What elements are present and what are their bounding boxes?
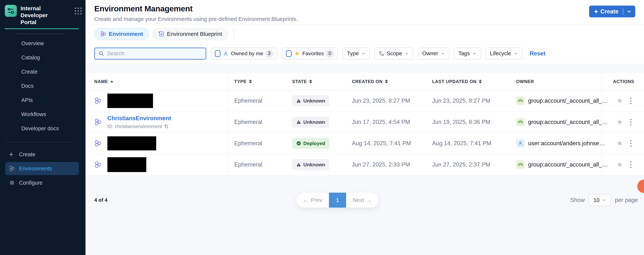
column-header-name[interactable]: NAME — [86, 79, 228, 84]
name-cell — [86, 154, 228, 175]
main-content: Environment Management Create and manage… — [86, 0, 644, 255]
hexagons-icon — [94, 140, 102, 147]
sort-icon — [249, 80, 252, 84]
environment-name-link[interactable]: ChristiansEnvironment — [107, 115, 171, 122]
table-row[interactable]: Ephemeral Unknown Jun 23, 2025, 8:27 PM … — [86, 90, 644, 112]
blueprint-icon: A — [158, 31, 164, 37]
type-cell: Ephemeral — [228, 133, 286, 154]
sidebar-item-environments[interactable]: Environments — [5, 162, 79, 175]
favorite-star-icon[interactable] — [616, 98, 623, 104]
favorites-checkbox[interactable] — [286, 50, 292, 57]
redacted-name — [107, 94, 153, 108]
brand: Internal Developer Portal — [5, 5, 82, 26]
per-page-control: Show 10 per page — [570, 194, 638, 206]
owner-label: group:account/_account_all_… — [528, 98, 608, 104]
filter-owned-by-me[interactable]: Owned by me 3 — [211, 48, 278, 60]
table-row[interactable]: Ephemeral Deployed Aug 14, 2025, 7:41 PM… — [86, 133, 644, 154]
created-on-cell: Aug 14, 2025, 7:41 PM — [346, 133, 426, 154]
created-on-cell: Jun 27, 2025, 2:33 PM — [346, 154, 426, 175]
sidebar-item-workflows[interactable]: Workflows — [0, 107, 86, 121]
sidebar-item-apis[interactable]: APIs — [0, 93, 86, 107]
page-size-select[interactable]: 10 — [589, 194, 611, 206]
warning-icon — [296, 98, 301, 103]
tabs-bar: Environment A Environment Blueprint — [86, 25, 644, 43]
page-header: Environment Management Create and manage… — [86, 0, 644, 25]
tab-label: Environment Blueprint — [167, 31, 222, 37]
owner-cell: group:account/_account_all_… — [510, 112, 602, 132]
kebab-menu-icon[interactable] — [629, 118, 632, 126]
sidebar: Internal Developer Portal Overview Catal… — [0, 0, 86, 255]
plus-icon: + — [594, 8, 598, 15]
sidebar-divider-top — [17, 34, 64, 34]
kebab-menu-icon[interactable] — [629, 139, 632, 148]
owned-by-me-checkbox[interactable] — [215, 50, 220, 57]
page-number-button[interactable]: 1 — [329, 193, 346, 208]
sidebar-item-docs[interactable]: Docs — [0, 79, 86, 93]
kebab-menu-icon[interactable] — [629, 96, 632, 105]
tab-environment[interactable]: Environment — [94, 28, 149, 40]
group-icon — [516, 118, 525, 126]
hexagons-icon — [100, 31, 106, 37]
type-cell: Ephemeral — [228, 90, 286, 111]
sidebar-item-label: Create — [19, 152, 35, 158]
warning-icon — [296, 162, 301, 167]
filter-label: Owned by me — [231, 50, 263, 56]
dropdown-lifecycle[interactable]: Lifecycle — [486, 48, 522, 60]
app-root: Internal Developer Portal Overview Catal… — [0, 0, 644, 255]
kebab-menu-icon[interactable] — [629, 160, 632, 169]
state-cell: Unknown — [286, 154, 346, 175]
user-icon — [516, 139, 525, 148]
sidebar-item-overview[interactable]: Overview — [0, 36, 86, 50]
status-badge: Unknown — [292, 96, 329, 106]
hexagons-icon — [94, 97, 102, 104]
sort-icon — [385, 80, 388, 84]
column-header-last-updated-on[interactable]: LAST UPDATED ON — [426, 79, 510, 84]
sidebar-item-catalog[interactable]: Catalog — [0, 50, 86, 64]
copy-icon[interactable] — [164, 124, 169, 129]
filter-favorites[interactable]: Favorites 0 — [282, 48, 338, 60]
favorite-star-icon[interactable] — [616, 161, 623, 168]
reset-filters-link[interactable]: Reset — [530, 50, 546, 57]
chevron-down-icon — [405, 52, 409, 56]
column-header-actions: ACTIONS — [602, 73, 644, 90]
tab-environment-blueprint[interactable]: A Environment Blueprint — [152, 28, 228, 40]
dropdown-label: Owner — [422, 50, 438, 56]
column-header-state[interactable]: STATE — [286, 79, 346, 84]
dropdown-tags[interactable]: Tags — [454, 48, 481, 60]
dropdown-type[interactable]: Type — [342, 48, 370, 60]
favorite-star-icon[interactable] — [616, 119, 623, 126]
plus-icon: + — [9, 152, 18, 157]
sidebar-item-create-action[interactable]: + Create — [0, 148, 86, 161]
column-header-created-on[interactable]: CREATED ON — [346, 79, 426, 84]
dropdown-owner[interactable]: Owner — [418, 48, 449, 60]
hexagons-icon — [9, 166, 18, 172]
prev-page-button[interactable]: ← Prev — [296, 193, 329, 208]
check-circle-icon — [296, 141, 301, 146]
svg-text:A: A — [160, 32, 162, 36]
dropdown-scope[interactable]: Scope — [374, 48, 413, 60]
table-row[interactable]: ChristiansEnvironment ID: christiansenvi… — [86, 112, 644, 133]
filters-bar: Owned by me 3 Favorites 0 Type — [86, 43, 644, 64]
portal-logo-icon — [5, 5, 17, 17]
sidebar-item-configure[interactable]: Configure — [0, 176, 86, 190]
column-header-type[interactable]: TYPE — [228, 73, 286, 90]
search-box — [94, 48, 206, 60]
table-row[interactable]: Ephemeral Unknown Jun 27, 2025, 2:33 PM … — [86, 154, 644, 176]
chevron-down-icon — [602, 198, 606, 202]
status-badge: Deployed — [292, 138, 329, 149]
page-subtitle: Create and manage your Environments usin… — [94, 16, 644, 22]
sidebar-item-developer-docs[interactable]: Developer docs — [0, 121, 86, 136]
next-page-button[interactable]: Next → — [346, 193, 378, 208]
sidebar-bottom-nav: + Create Environments — [0, 148, 86, 190]
search-icon — [98, 51, 104, 56]
name-cell: ChristiansEnvironment ID: christiansenvi… — [86, 112, 228, 132]
state-cell: Unknown — [286, 112, 346, 132]
chevron-down-icon[interactable] — [627, 9, 632, 14]
apps-grid-icon[interactable] — [75, 8, 82, 14]
create-button[interactable]: + Create — [589, 6, 635, 17]
sidebar-item-create[interactable]: Create — [0, 64, 86, 79]
search-input[interactable] — [107, 50, 200, 56]
person-icon — [223, 51, 228, 56]
favorite-star-icon[interactable] — [616, 140, 623, 147]
owner-cell: user:account/anders.johnse… — [510, 133, 602, 154]
